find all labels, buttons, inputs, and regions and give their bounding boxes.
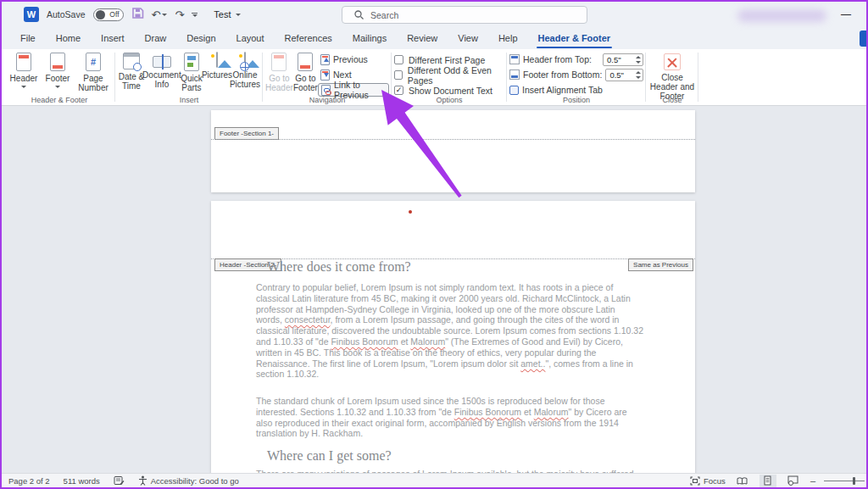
go-to-header-label: Go to Header: [265, 74, 293, 92]
link-to-previous-icon: [321, 85, 331, 96]
document-info-button[interactable]: Document Info: [145, 49, 179, 95]
group-header-footer: Header Footer # Page Number Header & Foo…: [7, 49, 112, 105]
close-header-footer-button[interactable]: Close Header and Footer: [648, 49, 696, 101]
tab-help[interactable]: Help: [488, 27, 528, 49]
minimize-button[interactable]: —: [837, 5, 855, 24]
close-x-icon: [664, 53, 681, 70]
proofing-status[interactable]: [114, 475, 125, 486]
header-button-label: Header: [10, 74, 38, 83]
spinner-arrows[interactable]: [636, 69, 641, 81]
misspelled-word: consectetur: [285, 314, 331, 325]
redo-button[interactable]: ↷: [175, 9, 184, 20]
group-close: Close Header and Footer Close: [648, 49, 696, 105]
different-odd-even-label: Different Odd & Even Pages: [408, 65, 504, 86]
spin-up-icon: [636, 56, 641, 58]
show-document-text-checkbox[interactable]: ✓ Show Document Text: [394, 84, 504, 97]
date-time-button[interactable]: Date & Time: [118, 49, 145, 95]
link-to-previous-button[interactable]: Link to Previous: [318, 83, 389, 97]
customize-toolbar-button[interactable]: [192, 13, 198, 17]
different-first-page-label: Different First Page: [409, 55, 485, 65]
read-mode-button[interactable]: [734, 475, 751, 487]
tab-insert[interactable]: Insert: [91, 27, 135, 49]
page-info[interactable]: Page 2 of 2: [8, 476, 50, 486]
search-input[interactable]: Search: [342, 6, 587, 24]
document-info-icon: [153, 56, 171, 68]
group-separator: [506, 53, 507, 102]
go-to-footer-icon: [298, 53, 313, 71]
quick-parts-button[interactable]: Quick Parts: [179, 49, 204, 95]
focus-button[interactable]: Focus: [690, 476, 726, 486]
spinner-arrows[interactable]: [636, 54, 641, 65]
page-number-icon: #: [86, 53, 101, 71]
group-label-position: Position: [509, 96, 643, 104]
footer-button-label: Footer: [46, 74, 70, 83]
page-2[interactable]: Header -Section 2- Same as Previous Wher…: [211, 201, 695, 473]
zoom-out-button[interactable]: –: [810, 475, 815, 486]
print-layout-icon: [763, 475, 772, 486]
tab-draw[interactable]: Draw: [135, 27, 177, 49]
checkbox-checked-icon: ✓: [394, 86, 403, 95]
undo-icon: ↶: [152, 9, 161, 20]
group-insert: Date & Time Document Info Quick Parts Pi…: [118, 49, 260, 105]
misspelled-word: Finibus Bonorum: [331, 336, 398, 347]
online-pictures-label: Online Pictures: [230, 70, 260, 89]
word-count[interactable]: 511 words: [64, 476, 100, 486]
user-account-blurred: [737, 9, 826, 22]
autosave-toggle[interactable]: Off: [93, 8, 124, 21]
next-icon: [320, 69, 330, 81]
date-time-label: Date & Time: [118, 72, 145, 91]
page-1[interactable]: Footer -Section 1-: [211, 110, 695, 192]
insert-alignment-tab-button[interactable]: Insert Alignment Tab: [509, 83, 643, 97]
save-icon[interactable]: [131, 7, 144, 23]
word-window: W AutoSave Off ↶ ↷ Test Search — File Ho…: [0, 0, 868, 489]
previous-button[interactable]: Previous: [318, 53, 389, 66]
group-separator: [698, 53, 698, 102]
tab-header-footer[interactable]: Header & Footer: [528, 27, 621, 49]
page-number-button[interactable]: # Page Number: [75, 49, 112, 95]
tab-review[interactable]: Review: [397, 27, 448, 49]
different-odd-even-checkbox[interactable]: Different Odd & Even Pages: [394, 69, 504, 81]
print-layout-button[interactable]: [760, 475, 776, 487]
spin-down-icon: [636, 76, 641, 79]
header-from-top-label: Header from Top:: [523, 54, 592, 64]
footer-from-bottom-label: Footer from Bottom:: [523, 69, 602, 80]
dropdown-caret-icon: [21, 86, 26, 88]
quick-access-toolbar: W AutoSave Off ↶ ↷ Test: [24, 2, 241, 27]
footer-button[interactable]: Footer: [41, 49, 75, 95]
tab-references[interactable]: References: [275, 27, 342, 49]
document-title[interactable]: Test: [214, 9, 240, 19]
group-position: Header from Top: 0.5" Footer from Bottom…: [509, 49, 643, 105]
share-button-partial[interactable]: [860, 31, 866, 47]
footer-from-bottom-input[interactable]: 0.5": [605, 69, 643, 81]
tab-home[interactable]: Home: [46, 27, 91, 49]
zoom-slider-handle[interactable]: [853, 477, 855, 485]
tab-layout[interactable]: Layout: [226, 27, 275, 49]
header-from-top-input[interactable]: 0.5": [603, 53, 643, 66]
tab-mailings[interactable]: Mailings: [342, 27, 397, 49]
search-icon: [354, 10, 364, 19]
text-run: et: [521, 407, 534, 417]
tab-file[interactable]: File: [10, 27, 46, 49]
web-layout-button[interactable]: [785, 475, 802, 487]
group-label-header-footer: Header & Footer: [7, 96, 112, 104]
redo-icon: ↷: [175, 9, 184, 20]
insert-alignment-tab-label: Insert Alignment Tab: [522, 85, 603, 95]
zoom-slider[interactable]: [824, 481, 865, 481]
online-pictures-button[interactable]: Online Pictures: [230, 49, 260, 95]
tab-view[interactable]: View: [448, 27, 488, 49]
word-app-icon[interactable]: W: [24, 7, 39, 22]
tab-design[interactable]: Design: [176, 27, 225, 49]
undo-button[interactable]: ↶: [152, 9, 168, 20]
focus-label: Focus: [704, 476, 726, 486]
footer-from-bottom-value: 0.5": [609, 70, 624, 80]
misspelled-word: Finibus Bonorum: [454, 407, 521, 417]
autosave-label: AutoSave: [47, 9, 86, 19]
go-to-footer-button[interactable]: Go to Footer: [293, 49, 318, 97]
show-document-text-label: Show Document Text: [409, 86, 492, 96]
accessibility-text: Accessibility: Good to go: [151, 476, 239, 486]
toggle-knob-icon: [96, 10, 105, 19]
accessibility-status[interactable]: Accessibility: Good to go: [138, 475, 239, 486]
pictures-button[interactable]: Pictures: [204, 49, 230, 95]
misspelled-word: amet..: [520, 358, 545, 369]
header-button[interactable]: Header: [7, 49, 41, 95]
